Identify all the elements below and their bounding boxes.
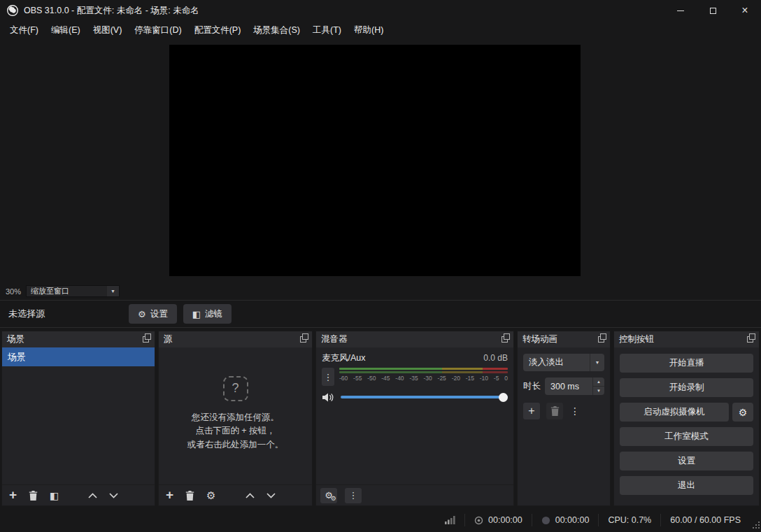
popout-icon[interactable] [598,336,604,343]
scale-tick: -5 [494,375,499,382]
maximize-button[interactable] [697,0,729,21]
duration-spinbox[interactable]: 300 ms ▲ ▼ [545,378,604,395]
cpu-usage: CPU: 0.7% [598,514,660,526]
minimize-icon [677,10,684,11]
controls-dock-title: 控制按钮 [619,333,654,345]
scale-tick: -10 [480,375,488,382]
move-source-up-button[interactable] [246,493,255,498]
close-button[interactable]: × [729,0,761,21]
mixer-channel-menu-button[interactable]: ⋮ [322,368,334,386]
menu-profile[interactable]: 配置文件(P) [188,22,248,39]
start-recording-button[interactable]: 开始录制 [620,378,753,397]
controls-dock-header[interactable]: 控制按钮 [614,331,759,347]
resize-grip[interactable] [753,522,760,531]
source-filters-button[interactable]: ◧ 滤镜 [183,304,232,324]
maximize-icon [710,8,716,14]
sources-empty-line: 您还没有添加任何源。 [192,411,279,424]
controls-dock: 控制按钮 开始直播 开始录制 启动虚拟摄像机 ⚙ 工作室模式 设置 退出 [613,331,760,506]
menu-tools[interactable]: 工具(T) [306,22,348,39]
menu-docks[interactable]: 停靠窗口(D) [128,22,187,39]
zoom-row: 30% 缩放至窗口 ▼ [6,285,120,297]
scale-tick: -60 [339,375,348,382]
menu-view[interactable]: 视图(V) [87,22,129,39]
volume-slider-handle[interactable] [499,393,508,402]
source-toolbar-buttons: ⚙ 设置 ◧ 滤镜 [129,304,232,324]
gear-icon: ⚙ [138,309,146,319]
speaker-icon[interactable] [322,391,336,403]
statusbar: 00:00:00 00:00:00 CPU: 0.7% 60.00 / 60.0… [0,508,761,532]
question-mark-icon: ? [223,376,248,401]
popout-icon[interactable] [502,336,508,343]
move-scene-up-button[interactable] [88,493,97,498]
zoom-mode-select[interactable]: 缩放至窗口 ▼ [26,285,120,297]
start-streaming-button[interactable]: 开始直播 [620,354,753,373]
mixer-toolbar: ⚙ ⋮ [316,484,513,505]
zoom-level: 30% [6,287,21,296]
exit-button[interactable]: 退出 [620,476,753,495]
network-status [436,514,464,526]
source-filters-label: 滤镜 [205,308,222,320]
duration-label: 时长 [523,380,541,392]
transition-select-value: 淡入淡出 [523,354,590,371]
scale-tick: 0 [504,375,508,382]
menu-help[interactable]: 帮助(H) [348,22,390,39]
transition-select[interactable]: 淡入淡出 ▼ [523,354,604,371]
transitions-dock-header[interactable]: 转场动画 [518,331,610,347]
menu-edit[interactable]: 编辑(E) [45,22,87,39]
zoom-mode-value: 缩放至窗口 [27,286,107,296]
gear-icon: ⚙ [739,407,748,418]
move-scene-down-button[interactable] [109,493,118,498]
transitions-dock: 转场动画 淡入淡出 ▼ 时长 300 ms ▲ ▼ [517,331,611,506]
scenes-toolbar: + ◧ [2,484,155,505]
scene-filters-icon[interactable]: ◧ [50,490,59,501]
mixer-dock-title: 混音器 [321,333,348,345]
transition-properties-button[interactable]: ⋮ [569,403,581,419]
volume-slider[interactable] [341,392,508,402]
remove-scene-button[interactable] [29,491,38,501]
popout-icon[interactable] [143,336,149,343]
mixer-dock-header[interactable]: 混音器 [316,331,513,347]
mixer-menu-button[interactable]: ⋮ [345,488,362,503]
minimize-button[interactable] [664,0,697,21]
window-controls: × [664,0,761,21]
remove-source-button[interactable] [185,491,194,501]
menu-file[interactable]: 文件(F) [3,22,45,39]
duration-value: 300 ms [545,378,592,395]
duration-decrease-button[interactable]: ▼ [593,387,604,395]
streaming-status: 00:00:00 [532,514,599,526]
scale-tick: -50 [367,375,376,382]
start-virtualcam-button[interactable]: 启动虚拟摄像机 [620,403,729,422]
add-transition-button[interactable]: + [523,403,540,419]
duration-increase-button[interactable]: ▲ [593,378,604,387]
scene-item-label: 场景 [8,351,26,364]
menu-scene-collection[interactable]: 场景集合(S) [247,22,306,39]
scenes-list: 场景 + ◧ [2,347,155,505]
sources-list: ? 您还没有添加任何源。 点击下面的 + 按钮， 或者右击此处添加一个。 + ⚙ [159,347,312,505]
virtualcam-settings-button[interactable]: ⚙ [732,403,753,422]
volume-meter-scale: -60 -55 -50 -45 -40 -35 -30 -25 -20 -15 … [339,375,508,382]
advanced-audio-button[interactable]: ⚙ [320,488,337,503]
scale-tick: -15 [466,375,474,382]
scene-list-item[interactable]: 场景 [2,347,155,366]
source-properties-button[interactable]: ⚙ 设置 [129,304,177,324]
popout-icon[interactable] [300,336,306,343]
add-scene-button[interactable]: + [9,488,17,501]
popout-icon[interactable] [747,336,753,343]
preview-area: 30% 缩放至窗口 ▼ [0,40,761,300]
preview-canvas[interactable] [169,45,581,276]
chevron-down-icon[interactable]: ▼ [590,354,604,371]
scenes-dock-header[interactable]: 场景 [2,331,155,347]
sources-toolbar: + ⚙ [159,484,312,505]
settings-button[interactable]: 设置 [620,452,753,470]
fps-indicator: 60.00 / 60.00 FPS [660,514,750,526]
scale-tick: -20 [452,375,460,382]
record-icon [474,516,483,525]
titlebar: OBS 31.0.0 - 配置文件: 未命名 - 场景: 未命名 × [0,0,761,21]
scale-tick: -25 [438,375,446,382]
double-gear-icon: ⚙ [325,490,333,501]
studio-mode-button[interactable]: 工作室模式 [620,427,753,446]
add-source-button[interactable]: + [166,488,173,501]
move-source-down-button[interactable] [266,493,276,498]
source-properties-icon[interactable]: ⚙ [206,489,215,502]
remove-transition-button[interactable] [546,403,563,419]
